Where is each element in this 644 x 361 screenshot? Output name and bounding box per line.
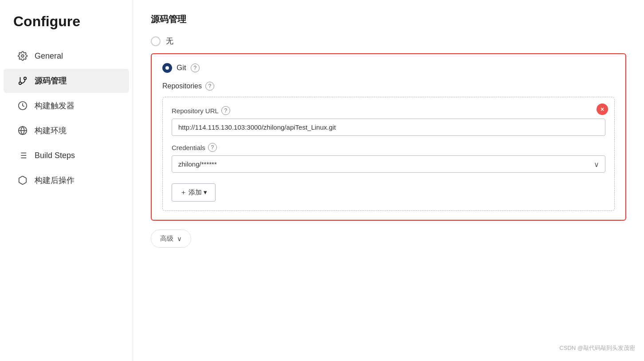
credentials-label: Credentials ? — [172, 143, 605, 152]
advanced-label: 高级 — [160, 234, 173, 243]
close-repository-button[interactable]: × — [597, 103, 608, 115]
sidebar: Configure General 源码管理 构建触 — [0, 0, 133, 361]
credentials-select[interactable]: zhilong/****** — [172, 155, 605, 173]
svg-point-0 — [21, 55, 24, 57]
add-button[interactable]: ＋ 添加 ▾ — [172, 183, 216, 202]
repo-url-input[interactable] — [172, 119, 605, 136]
radio-none[interactable]: 无 — [151, 36, 626, 46]
git-help-badge[interactable]: ? — [191, 63, 200, 72]
globe-icon — [17, 125, 28, 136]
radio-circle-git[interactable] — [162, 63, 172, 73]
repo-url-label: Repository URL ? — [172, 106, 605, 115]
gear-icon — [17, 50, 28, 62]
main-content: 源码管理 无 Git ? Repositories ? × Repository… — [133, 0, 644, 361]
watermark: CSDN @敲代码敲到头发茂密 — [559, 344, 635, 352]
page-title: Configure — [0, 13, 133, 43]
sidebar-item-label-env: 构建环境 — [35, 125, 67, 136]
sidebar-item-label-source: 源码管理 — [35, 75, 67, 86]
add-button-label: ＋ 添加 ▾ — [180, 188, 207, 197]
repository-dashed-box: × Repository URL ? Credentials ? zhilon — [162, 97, 615, 211]
sidebar-item-source[interactable]: 源码管理 — [4, 69, 129, 93]
svg-point-3 — [19, 82, 22, 85]
section-title: 源码管理 — [151, 13, 626, 25]
radio-circle-none — [151, 36, 161, 46]
box-icon — [17, 175, 28, 186]
credentials-select-wrapper: zhilong/****** ∨ — [172, 155, 605, 173]
sidebar-item-build-steps[interactable]: Build Steps — [4, 143, 129, 167]
credentials-help-badge[interactable]: ? — [208, 143, 217, 152]
git-header: Git ? — [162, 63, 615, 73]
repo-url-row: Repository URL ? — [172, 106, 605, 136]
list-icon — [17, 150, 28, 161]
sidebar-item-env[interactable]: 构建环境 — [4, 119, 129, 143]
svg-point-2 — [24, 77, 27, 80]
sidebar-item-label-build-steps: Build Steps — [35, 151, 75, 160]
sidebar-item-post-build[interactable]: 构建后操作 — [4, 168, 129, 192]
sidebar-item-general[interactable]: General — [4, 44, 129, 68]
repositories-help-badge[interactable]: ? — [205, 82, 214, 91]
sidebar-item-label-trigger: 构建触发器 — [35, 100, 75, 111]
credentials-row: Credentials ? zhilong/****** ∨ — [172, 143, 605, 173]
git-section: Git ? Repositories ? × Repository URL ? — [151, 53, 626, 221]
clock-icon — [17, 100, 28, 111]
branch-icon — [17, 75, 28, 87]
git-label: Git — [177, 63, 186, 72]
sidebar-item-label-post-build: 构建后操作 — [35, 175, 75, 186]
advanced-chevron-icon: ∨ — [177, 235, 182, 243]
radio-label-none: 无 — [166, 36, 173, 46]
sidebar-item-trigger[interactable]: 构建触发器 — [4, 94, 129, 118]
repo-url-help-badge[interactable]: ? — [221, 106, 230, 115]
repositories-label: Repositories ? — [162, 82, 615, 91]
advanced-button[interactable]: 高级 ∨ — [151, 230, 191, 248]
sidebar-item-label-general: General — [35, 52, 63, 61]
